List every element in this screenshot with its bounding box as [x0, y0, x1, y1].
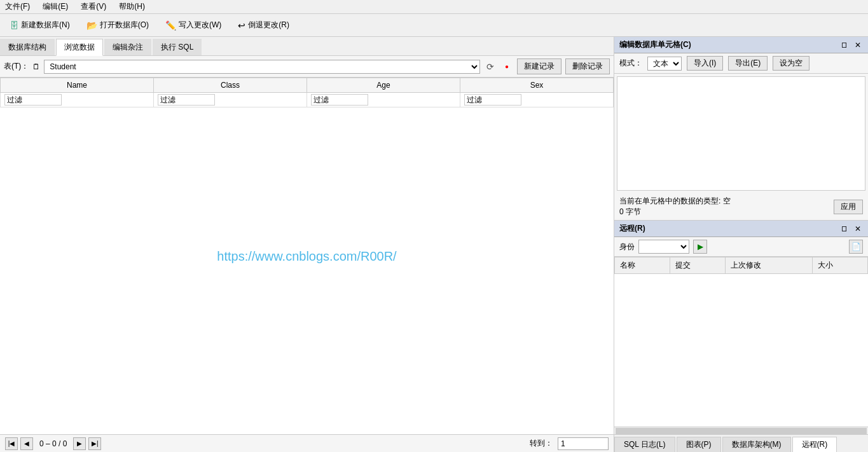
set-null-button[interactable]: 设为空 [773, 56, 809, 71]
filter-class[interactable] [158, 94, 215, 106]
remote-title: 远程(R) [619, 223, 645, 234]
write-label: 写入更改(W) [179, 20, 221, 31]
remote-table: 名称 提交 上次修改 大小 [614, 257, 868, 274]
filter-icon[interactable]: ● [500, 60, 513, 73]
rollback-label: 倒退更改(R) [248, 20, 289, 31]
remote-toolbar: 身份 ▶ 📄 [614, 237, 868, 257]
remote-table-wrapper[interactable]: 名称 提交 上次修改 大小 [614, 257, 868, 427]
prev-page-button[interactable]: ◀ [20, 437, 33, 450]
new-db-button[interactable]: 🗄 新建数据库(N) [4, 17, 76, 33]
delete-record-button[interactable]: 删除记录 [565, 58, 610, 74]
open-db-label: 打开数据库(O) [100, 20, 149, 31]
goto-input[interactable] [558, 437, 609, 450]
cell-editor-content[interactable] [617, 76, 865, 191]
mode-select[interactable]: 文本 [647, 57, 682, 71]
remote-scrollbar[interactable] [614, 427, 868, 434]
import-button[interactable]: 导入(I) [687, 56, 723, 71]
bottom-tab-chart[interactable]: 图表(P) [677, 437, 721, 452]
remote-col-commit[interactable]: 提交 [670, 257, 725, 274]
bottom-tab-remote[interactable]: 远程(R) [792, 437, 837, 452]
remote-col-modified[interactable]: 上次修改 [725, 257, 813, 274]
write-icon: ✏️ [165, 20, 176, 31]
goto-label: 转到： [530, 438, 553, 449]
cell-data-type: 当前在单元格中的数据的类型: 空 [619, 196, 731, 207]
new-db-label: 新建数据库(N) [21, 20, 70, 31]
tab-edit-pragma[interactable]: 编辑杂注 [104, 39, 151, 55]
col-class[interactable]: Class [154, 78, 307, 93]
filter-age[interactable] [311, 94, 368, 106]
data-table: Name Class Age Sex [0, 78, 614, 107]
col-name[interactable]: Name [1, 78, 154, 93]
cell-editor-header: 编辑数据库单元格(C) 🗌 ✕ [614, 37, 868, 53]
col-sex[interactable]: Sex [460, 78, 614, 93]
toolbar: 🗄 新建数据库(N) 📂 打开数据库(O) ✏️ 写入更改(W) ↩ 倒退更改(… [0, 14, 868, 37]
write-changes-button[interactable]: ✏️ 写入更改(W) [160, 17, 227, 33]
menu-edit[interactable]: 编辑(E) [40, 1, 71, 13]
identity-label: 身份 [619, 242, 635, 252]
cell-data-size: 0 字节 [619, 207, 731, 217]
remote-panel: 远程(R) 🗌 ✕ 身份 ▶ 📄 [614, 221, 868, 434]
bottom-tab-db-schema[interactable]: 数据库架构(M) [722, 437, 791, 452]
filter-name[interactable] [4, 94, 62, 106]
tab-execute-sql[interactable]: 执行 SQL [153, 39, 202, 55]
cell-editor-close-icon[interactable]: ✕ [853, 41, 863, 50]
remote-close-icon[interactable]: ✕ [853, 224, 863, 233]
bottom-tab-sql-log[interactable]: SQL 日志(L) [614, 437, 675, 452]
open-db-button[interactable]: 📂 打开数据库(O) [81, 17, 155, 33]
filter-sex[interactable] [464, 94, 521, 106]
col-age[interactable]: Age [307, 78, 460, 93]
remote-col-size[interactable]: 大小 [813, 257, 868, 274]
next-page-button[interactable]: ▶ [73, 437, 86, 450]
cell-editor-status: 当前在单元格中的数据的类型: 空 0 字节 应用 [614, 193, 868, 220]
remote-col-name[interactable]: 名称 [615, 257, 670, 274]
remote-pin-icon[interactable]: 🗌 [839, 224, 850, 233]
pagination-bar: |◀ ◀ 0 – 0 / 0 ▶ ▶| 转到： [0, 434, 614, 452]
connect-icon: ▶ [698, 242, 703, 251]
last-page-button[interactable]: ▶| [88, 437, 101, 450]
apply-button[interactable]: 应用 [834, 200, 863, 214]
page-info: 0 – 0 / 0 [39, 439, 67, 448]
tab-browse-data[interactable]: 浏览数据 [56, 39, 103, 56]
cell-editor-toolbar: 模式： 文本 导入(I) 导出(E) 设为空 [614, 53, 868, 74]
new-record-button[interactable]: 新建记录 [517, 58, 561, 74]
cell-editor-pin-icon[interactable]: 🗌 [839, 41, 850, 50]
menubar: 文件(F) 编辑(E) 查看(V) 帮助(H) [0, 0, 868, 14]
data-table-wrapper[interactable]: Name Class Age Sex [0, 78, 614, 434]
remote-header: 远程(R) 🗌 ✕ [614, 221, 868, 237]
first-page-button[interactable]: |◀ [5, 437, 18, 450]
cell-editor: 编辑数据库单元格(C) 🗌 ✕ 模式： 文本 导入(I) 导出(E) 设为空 当… [614, 37, 868, 221]
refresh-table-icon[interactable]: ⟳ [484, 60, 497, 73]
menu-file[interactable]: 文件(F) [3, 1, 32, 13]
table-select[interactable]: Student [44, 60, 480, 74]
mode-label: 模式： [619, 58, 642, 69]
remote-connect-button[interactable]: ▶ [693, 240, 707, 254]
open-db-icon: 📂 [86, 20, 97, 31]
new-db-icon: 🗄 [10, 20, 18, 31]
rollback-icon: ↩ [238, 20, 245, 31]
remote-controls: 🗌 ✕ [839, 224, 863, 233]
cell-editor-title: 编辑数据库单元格(C) [619, 39, 691, 50]
table-toolbar: 表(T)： 🗒 Student ⟳ ● 新建记录 删除记录 [0, 56, 614, 78]
cell-editor-controls: 🗌 ✕ [839, 41, 863, 50]
remote-scrollbar-thumb[interactable] [616, 428, 867, 434]
action-icon: 📄 [851, 242, 861, 251]
bottom-tab-bar: SQL 日志(L) 图表(P) 数据库架构(M) 远程(R) [614, 434, 868, 452]
identity-select[interactable] [638, 240, 689, 254]
table-icon: 🗒 [32, 62, 40, 71]
tab-db-structure[interactable]: 数据库结构 [0, 39, 55, 55]
main-tabs: 数据库结构 浏览数据 编辑杂注 执行 SQL [0, 37, 614, 56]
rollback-button[interactable]: ↩ 倒退更改(R) [232, 17, 295, 33]
table-label: 表(T)： [4, 61, 29, 72]
menu-view[interactable]: 查看(V) [78, 1, 109, 13]
remote-action-button[interactable]: 📄 [849, 240, 863, 254]
watermark-text: https://www.cnblogs.com/R00R/ [217, 249, 396, 263]
menu-help[interactable]: 帮助(H) [116, 1, 148, 13]
export-button[interactable]: 导出(E) [728, 56, 768, 71]
filter-row [1, 93, 614, 107]
